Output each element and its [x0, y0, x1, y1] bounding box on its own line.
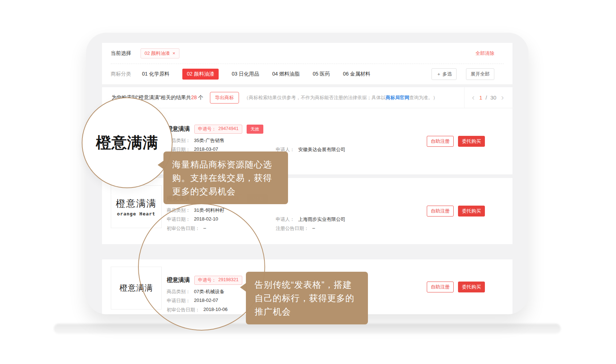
status-badge: 无效 [247, 125, 263, 134]
callout-bubble-promotion: 告别传统“发表格”，搭建自己的标行，获得更多的推广机会 [246, 272, 368, 324]
row-actions: 自助注册 委托购买 [427, 282, 485, 292]
reg-pub-value: – [312, 225, 315, 232]
category-item-01[interactable]: 01 化学原料 [142, 71, 169, 77]
self-register-button[interactable]: 自助注册 [427, 282, 454, 292]
disclaimer-text: （商标检索结果仅供参考，不作为商标能否注册的法律依据；具体以商标局官网查询为准。… [244, 94, 464, 101]
pagination-current-page: 1 [479, 94, 482, 101]
trademark-image-text: 橙意满满 [116, 197, 157, 210]
results-summary-suffix: 个 [197, 94, 203, 100]
pagination: ‹ 1 / 30 › [464, 87, 512, 108]
category-bar-label: 商标分类 [111, 71, 131, 77]
pagination-total-pages: 30 [490, 94, 497, 101]
trademark-office-link[interactable]: 商标局官网 [386, 95, 409, 100]
filter-card: 当前选择 02 颜料油漆× 全部清除 商标分类 01 化学原料 02 颜料油漆 … [102, 43, 512, 84]
page: 当前选择 02 颜料油漆× 全部清除 商标分类 01 化学原料 02 颜料油漆 … [0, 0, 616, 364]
self-register-button[interactable]: 自助注册 [427, 136, 454, 147]
application-number-badge: 申请号：29474941 [194, 125, 242, 134]
magnified-trademark-text: 橙意满满 [96, 133, 158, 153]
row-actions: 自助注册 委托购买 [427, 136, 485, 147]
entrust-buy-button[interactable]: 委托购买 [458, 136, 485, 147]
multi-select-button[interactable]: ＋ 多选 [431, 68, 457, 80]
category-item-03[interactable]: 03 日化用品 [232, 71, 259, 77]
export-trademarks-button[interactable]: 导出商标 [210, 92, 239, 104]
category-item-06[interactable]: 06 金属材料 [343, 71, 370, 77]
callout-text: 海量精品商标资源随心选购。支持在线交易，获得更多的交易机会 [172, 159, 272, 196]
application-number-value: 29474941 [218, 126, 239, 132]
chevron-right-icon[interactable]: › [500, 94, 505, 102]
row-actions: 自助注册 委托购买 [427, 206, 485, 217]
pagination-separator: / [486, 94, 487, 101]
trademark-title-line: 橙意满满 申请号：29474941 无效 [167, 124, 483, 134]
chevron-left-icon[interactable]: ‹ [470, 94, 476, 102]
category-item-05[interactable]: 05 医药 [313, 71, 330, 77]
entrust-buy-button[interactable]: 委托购买 [458, 206, 485, 217]
selected-filter-tag[interactable]: 02 颜料油漆× [141, 48, 179, 58]
current-selection-row: 当前选择 02 颜料油漆× 全部清除 [111, 43, 504, 64]
application-number-label: 申请号： [198, 126, 216, 132]
category-item-04[interactable]: 04 燃料油脂 [272, 71, 299, 77]
applicant-label: 申请人： [276, 216, 295, 223]
trademark-image[interactable]: 橙意满满 orange Heart [111, 185, 162, 228]
current-selection-label: 当前选择 [111, 50, 131, 57]
magnifier-circle-1: 橙意满满 [82, 97, 173, 188]
category-item-02-selected[interactable]: 02 颜料油漆 [182, 69, 218, 80]
expand-all-button[interactable]: 展开全部 [466, 68, 494, 80]
filter-tag-label: 02 颜料油漆 [145, 50, 170, 57]
laptop-base [54, 324, 561, 334]
category-value: 35类-广告销售 [194, 137, 224, 144]
applicant-value: 上海雨步实业有限公司 [298, 216, 345, 223]
results-header: 为您检索到“橙意满满”相关的结果共28 个 导出商标 （商标检索结果仅供参考，不… [102, 87, 512, 108]
disclaimer-prefix: （商标检索结果仅供参考，不作为商标能否注册的法律依据；具体以 [244, 95, 386, 100]
entrust-buy-button[interactable]: 委托购买 [458, 282, 485, 292]
category-row: 商标分类 01 化学原料 02 颜料油漆 03 日化用品 04 燃料油脂 05 … [111, 64, 504, 84]
trademark-image-subtext: orange Heart [117, 211, 155, 217]
reg-pub-label: 注册公告日期： [276, 225, 309, 232]
disclaimer-suffix: 查询为准。） [409, 95, 438, 100]
self-register-button[interactable]: 自助注册 [427, 206, 454, 217]
applicant-value: 安徽美达会展有限公司 [298, 146, 345, 153]
close-icon[interactable]: × [173, 50, 175, 56]
clear-all-button[interactable]: 全部清除 [475, 50, 494, 57]
results-count: 28 [191, 94, 197, 100]
callout-bubble-marketplace: 海量精品商标资源随心选购。支持在线交易，获得更多的交易机会 [163, 151, 288, 204]
callout-text: 告别传统“发表格”，搭建自己的标行，获得更多的推广机会 [255, 280, 354, 316]
